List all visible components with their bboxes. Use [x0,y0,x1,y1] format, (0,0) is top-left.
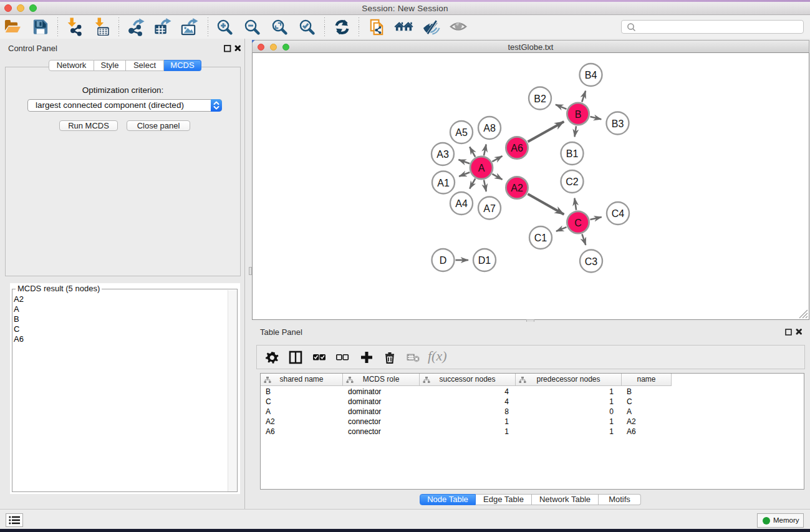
svg-text:A: A [478,163,485,173]
svg-text:A2: A2 [511,183,523,193]
svg-text:C2: C2 [566,177,579,187]
svg-text:C1: C1 [534,233,547,243]
svg-text:A4: A4 [455,198,468,209]
svg-text:A8: A8 [483,123,496,133]
svg-text:D: D [440,255,447,266]
svg-text:B1: B1 [566,148,579,159]
svg-text:C: C [574,218,582,228]
svg-text:B3: B3 [612,118,624,129]
svg-text:A3: A3 [436,149,449,160]
svg-text:C4: C4 [612,208,625,219]
svg-text:D1: D1 [478,255,491,266]
svg-text:A1: A1 [437,178,450,188]
svg-text:B2: B2 [534,94,546,104]
svg-text:A7: A7 [483,203,496,214]
svg-text:C3: C3 [585,256,598,267]
svg-text:A6: A6 [511,143,523,153]
svg-text:B4: B4 [585,70,597,80]
svg-text:A5: A5 [455,127,468,138]
svg-text:B: B [575,109,582,120]
